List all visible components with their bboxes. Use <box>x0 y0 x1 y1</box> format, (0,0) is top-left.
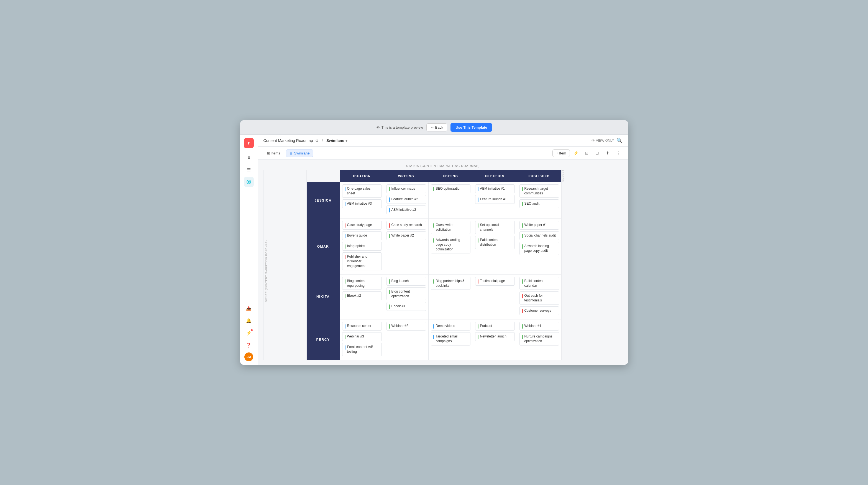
cell-jessica-indesign: ABM initiative #1Feature launch #1 <box>473 182 517 219</box>
task-card[interactable]: Newsletter launch <box>475 332 515 341</box>
cell-omar-editing: Guest writer solicitationAdwords landing… <box>428 219 473 274</box>
col-editing: EDITING <box>428 170 473 182</box>
task-card[interactable]: Resource center <box>342 322 382 331</box>
task-card[interactable]: Case study page <box>342 221 382 230</box>
task-card[interactable]: SEO audit <box>520 199 559 208</box>
task-card[interactable]: Publisher and influencer engagement <box>342 252 382 270</box>
task-card[interactable]: Webinar #2 <box>386 322 426 331</box>
back-button[interactable]: ← Back <box>426 123 447 132</box>
sidebar-icon-download[interactable]: ⬇ <box>244 152 254 163</box>
sidebar-icon-bell[interactable]: 🔔 <box>244 316 254 326</box>
cell-nikita-published: Build content calendarOutreach for testi… <box>517 274 561 319</box>
task-card[interactable]: Nurture campaigns optimization <box>520 332 559 345</box>
use-template-button[interactable]: Use This Template <box>451 123 492 132</box>
gear-icon[interactable]: ⚙ <box>315 139 319 143</box>
task-card[interactable]: Case study research <box>386 221 426 230</box>
card-bar <box>433 238 434 242</box>
task-card[interactable]: Buyer's guide <box>342 231 382 240</box>
sidebar-icon-help[interactable]: ❓ <box>244 340 254 350</box>
task-card[interactable]: Blog content optimization <box>386 287 426 301</box>
cell-jessica-published: Research target communitiesSEO audit <box>517 182 561 219</box>
cell-jessica-editing: SEO optimization <box>428 182 473 219</box>
task-card[interactable]: Podcast <box>475 322 515 331</box>
task-card[interactable]: Adwords landing page copy audit <box>520 242 559 255</box>
task-card[interactable]: Ebook #1 <box>386 302 426 311</box>
sidebar-icon-list[interactable]: ☰ <box>244 165 254 175</box>
card-bar <box>345 234 345 238</box>
use-template-label: Use This Template <box>456 125 487 130</box>
task-card[interactable]: Webinar #1 <box>520 322 559 331</box>
card-bar <box>389 187 390 191</box>
export-icon[interactable]: ⬆ <box>604 149 612 157</box>
task-card[interactable]: Demo videos <box>431 322 470 331</box>
task-card[interactable]: Blog partnerships & backlinks <box>431 277 470 290</box>
card-text: SEO audit <box>524 201 540 206</box>
card-bar <box>477 238 478 242</box>
task-card[interactable]: Outreach for testimonials <box>520 291 559 305</box>
task-card[interactable]: Customer surveys <box>520 307 559 315</box>
task-card[interactable]: SEO optimization <box>431 184 470 193</box>
eye-icon: 👁 <box>376 125 380 130</box>
task-card[interactable]: ABM initiative #2 <box>386 205 426 215</box>
add-item-button[interactable]: + Item <box>552 149 570 157</box>
search-icon[interactable]: 🔍 <box>616 138 623 144</box>
sidebar-icon-upload[interactable]: 📤 <box>244 304 254 314</box>
card-bar <box>345 345 345 350</box>
card-text: Newsletter launch <box>480 334 506 339</box>
task-card[interactable]: Influencer maps <box>386 184 426 193</box>
card-bar <box>389 279 390 284</box>
collapse-icon[interactable]: ⊡ <box>583 149 591 157</box>
task-card[interactable]: Testimonial page <box>475 277 515 286</box>
task-card[interactable]: White paper #1 <box>520 221 559 230</box>
task-card[interactable]: Set up social channels <box>475 221 515 234</box>
task-card[interactable]: One-page sales sheet <box>342 184 382 198</box>
task-card[interactable]: Targeted email campaigns <box>431 332 470 345</box>
card-bar <box>477 324 478 329</box>
cell-percy-editing: Demo videosTargeted email campaigns <box>428 319 473 360</box>
legend-label: LEGEND <box>562 170 564 182</box>
card-bar <box>522 187 523 191</box>
row-header-percy: PERCY <box>306 319 340 360</box>
task-card[interactable]: Webinar #3 <box>342 332 382 341</box>
task-card[interactable]: Paid content distribution <box>475 236 515 249</box>
task-card[interactable]: ABM initiative #3 <box>342 199 382 208</box>
task-card[interactable]: Guest writer solicitation <box>431 221 470 234</box>
view-options-icon[interactable]: ⊞ <box>593 149 601 157</box>
owner-label-cell: OWNER (CONTENT MARKETING ROADMAP) <box>264 182 306 360</box>
task-card[interactable]: Build content calendar <box>520 277 559 290</box>
sidebar-icon-grid[interactable] <box>244 177 254 187</box>
card-bar <box>389 208 390 212</box>
card-bar <box>345 279 345 284</box>
card-bar <box>389 305 390 309</box>
task-card[interactable]: Research target communities <box>520 184 559 198</box>
card-text: Webinar #1 <box>524 323 541 328</box>
task-card[interactable]: ABM initiative #1 <box>475 184 515 193</box>
col-published: PUBLISHED <box>517 170 561 182</box>
swimlane-table: IDEATION WRITING EDITING IN DESIGN PUBLI… <box>264 170 568 360</box>
task-card[interactable]: Blog content repurposing <box>342 277 382 290</box>
task-card[interactable]: Infographics <box>342 242 382 251</box>
task-card[interactable]: Email content A/B testing <box>342 343 382 356</box>
card-bar <box>522 223 523 228</box>
task-card[interactable]: Adwords landing page copy optimization <box>431 236 470 253</box>
task-card[interactable]: Feature launch #2 <box>386 195 426 204</box>
more-icon[interactable]: ⋮ <box>614 149 623 157</box>
task-card[interactable]: Ebook #2 <box>342 291 382 300</box>
user-avatar[interactable]: JM <box>244 352 253 361</box>
swimlane-tab-label: Swimlane <box>294 151 309 155</box>
swimlane-tab-icon: ⊟ <box>289 151 292 155</box>
filter-icon[interactable]: ⚡ <box>572 149 581 157</box>
task-card[interactable]: White paper #2 <box>386 231 426 240</box>
task-card[interactable]: Social channels audit <box>520 231 559 240</box>
sidebar-icon-lightning[interactable]: ⚡ <box>244 328 254 338</box>
items-tab[interactable]: ⊞ Items <box>264 149 284 157</box>
task-card[interactable]: Feature launch #1 <box>475 195 515 204</box>
card-text: SEO optimization <box>436 187 462 191</box>
card-text: Case study page <box>347 223 372 227</box>
card-text: ABM initiative #3 <box>347 201 372 206</box>
app-logo: r <box>244 138 254 148</box>
chevron-down-icon[interactable]: ▾ <box>345 139 347 143</box>
project-title: Content Marketing Roadmap <box>264 138 313 143</box>
swimlane-tab[interactable]: ⊟ Swimlane <box>286 149 313 157</box>
task-card[interactable]: Blog launch <box>386 277 426 286</box>
